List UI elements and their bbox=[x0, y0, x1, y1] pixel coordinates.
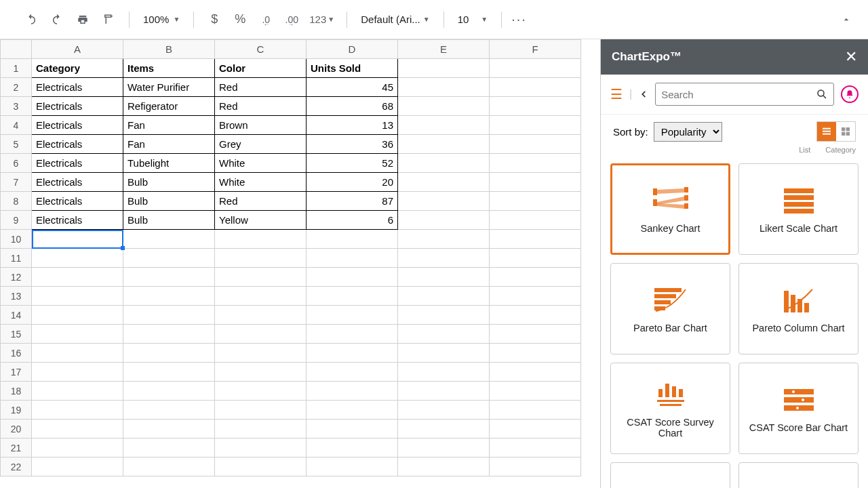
cell-B9[interactable]: Bulb bbox=[123, 211, 215, 230]
cell-F20[interactable] bbox=[490, 420, 581, 439]
cell-A8[interactable]: Electricals bbox=[32, 192, 123, 211]
print-button[interactable] bbox=[72, 9, 94, 30]
font-select[interactable]: Default (Ari...▼ bbox=[357, 14, 433, 25]
cell-D15[interactable] bbox=[307, 325, 398, 344]
sort-select[interactable]: Popularity bbox=[654, 122, 722, 142]
cell-A6[interactable]: Electricals bbox=[32, 154, 123, 173]
cell-C8[interactable]: Red bbox=[215, 192, 307, 211]
cell-F2[interactable] bbox=[490, 78, 581, 97]
col-header-F[interactable]: F bbox=[490, 40, 581, 59]
row-header-13[interactable]: 13 bbox=[1, 287, 32, 306]
cell-F4[interactable] bbox=[490, 116, 581, 135]
cell-D2[interactable]: 45 bbox=[307, 78, 398, 97]
cell-A18[interactable] bbox=[32, 382, 123, 401]
cell-E16[interactable] bbox=[398, 344, 490, 363]
notification-icon[interactable] bbox=[841, 85, 859, 103]
row-header-17[interactable]: 17 bbox=[1, 363, 32, 382]
cell-D7[interactable]: 20 bbox=[307, 173, 398, 192]
cell-D13[interactable] bbox=[307, 287, 398, 306]
cell-C9[interactable]: Yellow bbox=[215, 211, 307, 230]
cell-B11[interactable] bbox=[123, 249, 215, 268]
cell-D17[interactable] bbox=[307, 363, 398, 382]
cell-D12[interactable] bbox=[307, 268, 398, 287]
cell-D19[interactable] bbox=[307, 401, 398, 420]
cell-E10[interactable] bbox=[398, 230, 490, 249]
cell-D8[interactable]: 87 bbox=[307, 192, 398, 211]
cell-B18[interactable] bbox=[123, 382, 215, 401]
row-header-14[interactable]: 14 bbox=[1, 306, 32, 325]
cell-A9[interactable]: Electricals bbox=[32, 211, 123, 230]
zoom-select[interactable]: 100%▼ bbox=[139, 14, 184, 25]
cell-D20[interactable] bbox=[307, 420, 398, 439]
chart-card-item-7[interactable] bbox=[738, 462, 859, 488]
cell-D6[interactable]: 52 bbox=[307, 154, 398, 173]
cell-A7[interactable]: Electricals bbox=[32, 173, 123, 192]
cell-F6[interactable] bbox=[490, 154, 581, 173]
cell-E22[interactable] bbox=[398, 458, 490, 476]
select-all-cell[interactable] bbox=[1, 40, 32, 59]
cell-E19[interactable] bbox=[398, 401, 490, 420]
cell-C6[interactable]: White bbox=[215, 154, 307, 173]
spreadsheet[interactable]: ABCDEF1CategoryItemsColorUnits Sold2Elec… bbox=[0, 39, 600, 488]
cell-C17[interactable] bbox=[215, 363, 307, 382]
cell-D9[interactable]: 6 bbox=[307, 211, 398, 230]
row-header-18[interactable]: 18 bbox=[1, 382, 32, 401]
row-header-7[interactable]: 7 bbox=[1, 173, 32, 192]
cell-D11[interactable] bbox=[307, 249, 398, 268]
cell-C20[interactable] bbox=[215, 420, 307, 439]
cell-C4[interactable]: Brown bbox=[215, 116, 307, 135]
cell-A15[interactable] bbox=[32, 325, 123, 344]
cell-F22[interactable] bbox=[490, 458, 581, 476]
row-header-16[interactable]: 16 bbox=[1, 344, 32, 363]
cell-B2[interactable]: Water Purifier bbox=[123, 78, 215, 97]
cell-A16[interactable] bbox=[32, 344, 123, 363]
cell-E13[interactable] bbox=[398, 287, 490, 306]
cell-B22[interactable] bbox=[123, 458, 215, 476]
redo-button[interactable] bbox=[46, 9, 68, 30]
cell-B19[interactable] bbox=[123, 401, 215, 420]
row-header-6[interactable]: 6 bbox=[1, 154, 32, 173]
search-input[interactable] bbox=[661, 89, 816, 100]
row-header-8[interactable]: 8 bbox=[1, 192, 32, 211]
row-header-12[interactable]: 12 bbox=[1, 268, 32, 287]
row-header-11[interactable]: 11 bbox=[1, 249, 32, 268]
row-header-20[interactable]: 20 bbox=[1, 420, 32, 439]
cell-E2[interactable] bbox=[398, 78, 490, 97]
collapse-toolbar-button[interactable] bbox=[834, 12, 859, 28]
cell-E9[interactable] bbox=[398, 211, 490, 230]
cell-F10[interactable] bbox=[490, 230, 581, 249]
row-header-3[interactable]: 3 bbox=[1, 97, 32, 116]
cell-F3[interactable] bbox=[490, 97, 581, 116]
cell-C16[interactable] bbox=[215, 344, 307, 363]
cell-E4[interactable] bbox=[398, 116, 490, 135]
more-tools-button[interactable]: ··· bbox=[511, 9, 527, 30]
number-format-select[interactable]: 123▼ bbox=[307, 9, 337, 30]
cell-E18[interactable] bbox=[398, 382, 490, 401]
search-icon[interactable] bbox=[816, 88, 828, 100]
cell-C19[interactable] bbox=[215, 401, 307, 420]
col-header-B[interactable]: B bbox=[123, 40, 215, 59]
cell-F8[interactable] bbox=[490, 192, 581, 211]
col-header-E[interactable]: E bbox=[398, 40, 490, 59]
cell-B8[interactable]: Bulb bbox=[123, 192, 215, 211]
cell-D4[interactable]: 13 bbox=[307, 116, 398, 135]
cell-E1[interactable] bbox=[398, 59, 490, 78]
increase-decimal-button[interactable]: .00→ bbox=[281, 9, 302, 30]
cell-D16[interactable] bbox=[307, 344, 398, 363]
cell-E21[interactable] bbox=[398, 439, 490, 458]
cell-B5[interactable]: Fan bbox=[123, 135, 215, 154]
cell-F11[interactable] bbox=[490, 249, 581, 268]
cell-A11[interactable] bbox=[32, 249, 123, 268]
paint-format-button[interactable] bbox=[98, 9, 119, 30]
cell-C5[interactable]: Grey bbox=[215, 135, 307, 154]
cell-C12[interactable] bbox=[215, 268, 307, 287]
cell-B1[interactable]: Items bbox=[123, 59, 215, 78]
cell-F9[interactable] bbox=[490, 211, 581, 230]
cell-B12[interactable] bbox=[123, 268, 215, 287]
cell-C10[interactable] bbox=[215, 230, 307, 249]
cell-C18[interactable] bbox=[215, 382, 307, 401]
cell-D5[interactable]: 36 bbox=[307, 135, 398, 154]
cell-D10[interactable] bbox=[307, 230, 398, 249]
cell-A13[interactable] bbox=[32, 287, 123, 306]
menu-icon[interactable]: ☰ bbox=[610, 86, 623, 102]
